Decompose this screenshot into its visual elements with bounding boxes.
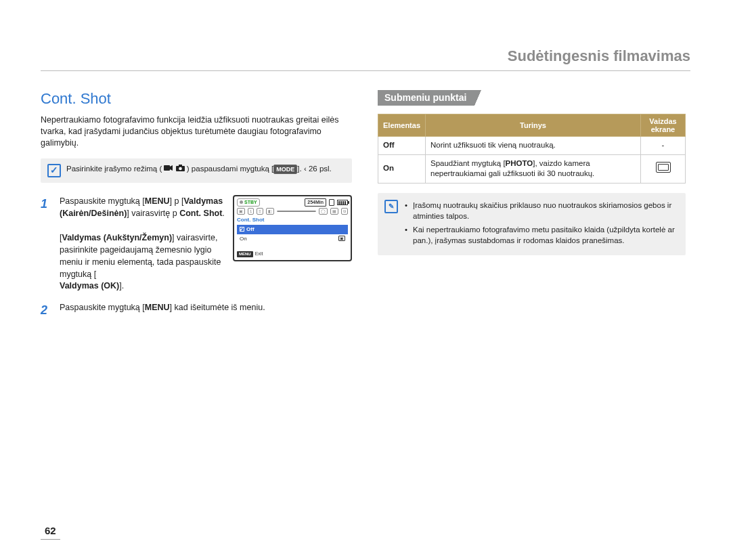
th-content: Turinys [426,114,641,137]
tab-6-icon: ⧉ [341,208,348,215]
step-3: Paspauskite mygtuką [MENU] kad išeitumėt… [41,301,352,314]
camera-icon [176,164,185,175]
chapter-heading: Sudėtingesnis filmavimas [41,47,690,71]
row-off-element: Off [378,137,426,155]
row-off-screen: - [641,137,686,155]
tab-5-icon: ▦ [330,208,338,215]
step-1: Paspauskite mygtuką [MENU] p [Valdymas (… [41,195,352,292]
row-on-text: Spaudžiant mygtuką [PHOTO], vaizdo kamer… [426,154,641,183]
sd-card-icon [329,199,334,206]
mode-button-label: MODE [273,165,297,174]
camera-mode-strip: ▣ 1 ≡ ◧ ◯ ▦ ⧉ [237,208,348,215]
info-note-box: Įrašomų nuotraukų skaičius priklauso nuo… [378,193,686,255]
video-mode-icon: ▣ [237,208,245,215]
section-intro: Nepertraukiamo fotografavimo funkcija le… [41,114,352,149]
svg-point-2 [179,167,182,171]
mode-note-text: Pasirinkite įrašymo režimą ( ) paspausda… [66,164,332,175]
rec-time-indicator: 254Min [305,198,326,207]
submenu-table: Elementas Turinys Vaizdasekrane Off Nori… [378,114,686,184]
submenu-heading: Submeniu punktai [378,90,474,106]
svg-rect-0 [164,165,170,171]
left-column: Cont. Shot Nepertraukiamo fotografavimo … [41,90,352,323]
tab-3-icon: ◧ [266,208,274,215]
mode-note-box: ✓ Pasirinkite įrašymo režimą ( ) paspaus… [41,158,352,183]
row-on-screen [641,154,686,183]
info-bullet-1: Įrašomų nuotraukų skaičius priklauso nuo… [405,200,679,221]
camera-option-on: On▣ [237,234,348,244]
tab-2-icon: ≡ [257,208,263,215]
tab-1-icon: 1 [248,208,254,215]
cont-shot-icon: ▣ [338,236,345,241]
video-icon [164,164,173,175]
row-off-text: Norint užfiksuoti tik vieną nuotrauką. [426,137,641,155]
row-on-element: On [378,154,426,183]
tab-4-icon: ◯ [319,208,328,215]
right-column: Submeniu punktai Elementas Turinys Vaizd… [378,90,686,323]
table-row: Off Norint užfiksuoti tik vieną nuotrauk… [378,137,686,155]
pencil-note-icon [384,200,398,213]
table-row: On Spaudžiant mygtuką [PHOTO], vaizdo ka… [378,154,686,183]
th-element: Elementas [378,114,426,137]
check-icon: ✓ [47,164,61,177]
stby-indicator: STBY [237,198,260,207]
page-number: 62 [41,522,60,540]
camera-screen-illustration: STBY 254Min ▣ 1 ≡ [233,195,352,261]
section-title: Cont. Shot [41,90,352,108]
steps-list: Paspauskite mygtuką [MENU] p [Valdymas (… [41,195,352,314]
svg-rect-3 [179,165,182,167]
camera-exit-hint: MENUExit [237,251,263,257]
cont-shot-screen-icon [656,162,671,173]
check-icon [240,227,244,232]
camera-menu-title: Cont. Shot [237,216,348,224]
th-screen: Vaizdasekrane [641,114,686,137]
camera-option-off: Off [237,225,348,234]
battery-icon [337,200,348,205]
info-bullet-2: Kai nepertraukiamo fotografavimo metu pa… [405,224,679,246]
